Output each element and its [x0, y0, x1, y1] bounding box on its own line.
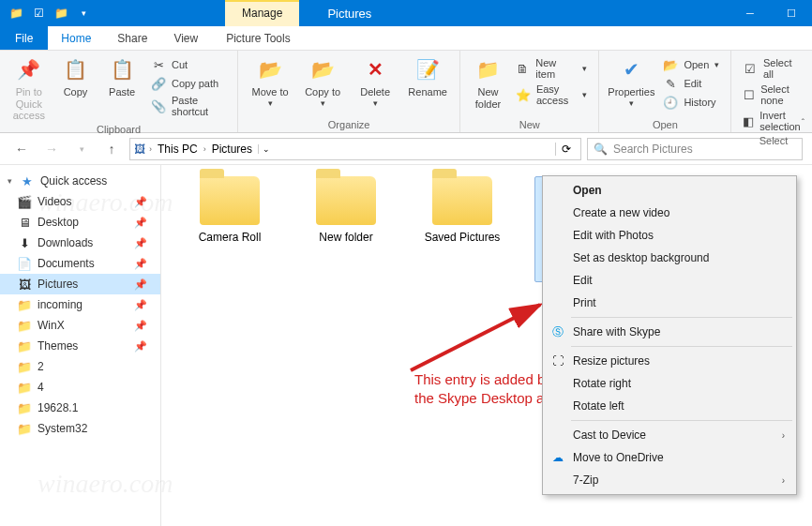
- new-folder-button[interactable]: 📁New folder: [468, 54, 508, 110]
- nav-pictures[interactable]: 🖼Pictures📌: [0, 274, 160, 294]
- easy-access-button[interactable]: ⭐Easy access ▾: [512, 83, 591, 107]
- ribbon-collapse-icon[interactable]: ˆ: [802, 118, 804, 128]
- open-button[interactable]: 📂Open ▾: [659, 56, 723, 73]
- ctx-create-video[interactable]: Create a new video: [545, 202, 794, 224]
- new-item-button[interactable]: 🗎New item ▾: [512, 56, 591, 81]
- select-none-button[interactable]: ☐Select none: [739, 83, 807, 107]
- ctx-print[interactable]: Print: [545, 292, 794, 314]
- folder-icon: [200, 176, 260, 225]
- paste-button[interactable]: 📋Paste: [100, 54, 143, 98]
- rename-button[interactable]: 📝Rename: [403, 54, 452, 98]
- ctx-cast-device[interactable]: Cast to Device›: [545, 424, 794, 446]
- ribbon-group-select: ☑Select all ☐Select none ◧Invert selecti…: [731, 51, 812, 132]
- selectall-icon: ☑: [743, 61, 758, 76]
- nav-back-button[interactable]: ←: [9, 137, 34, 161]
- select-all-button[interactable]: ☑Select all: [739, 56, 807, 81]
- nav-2[interactable]: 📁2: [0, 356, 160, 377]
- ribbon: 📌Pin to Quick access 📋Copy 📋Paste ✂Cut 🔗…: [0, 51, 812, 133]
- tab-picture-tools[interactable]: Picture Tools: [213, 26, 303, 50]
- history-button[interactable]: 🕘History: [659, 94, 723, 111]
- pin-icon: 📌: [134, 340, 147, 353]
- edit-button[interactable]: ✎Edit: [659, 75, 723, 92]
- edit-icon: ✎: [663, 76, 678, 91]
- ctx-edit[interactable]: Edit: [545, 269, 794, 292]
- ctx-resize-pictures[interactable]: ⛶Resize pictures: [545, 350, 794, 372]
- nav-recent-button[interactable]: ▾: [69, 137, 94, 161]
- ctx-set-background[interactable]: Set as desktop background: [545, 247, 794, 269]
- star-icon: ★: [20, 173, 35, 188]
- folder-icon: 📁: [17, 421, 32, 436]
- breadcrumb-pictures[interactable]: Pictures: [210, 143, 254, 156]
- ctx-share-skype[interactable]: ⓈShare with Skype: [545, 321, 794, 343]
- nav-19628[interactable]: 📁19628.1: [0, 398, 160, 418]
- ctx-rotate-left[interactable]: Rotate left: [545, 395, 794, 417]
- ctx-separator: [571, 420, 792, 421]
- ctx-7zip[interactable]: 7-Zip›: [545, 469, 794, 491]
- tab-home[interactable]: Home: [48, 26, 104, 50]
- delete-button[interactable]: ✕Delete▾: [351, 54, 399, 108]
- group-label-organize: Organize: [246, 117, 452, 130]
- ribbon-group-open: ✔Properties▾ 📂Open ▾ ✎Edit 🕘History Open: [599, 51, 731, 132]
- ctx-edit-photos[interactable]: Edit with Photos: [545, 224, 794, 247]
- address-dropdown-icon[interactable]: ⌄: [258, 144, 274, 154]
- cut-button[interactable]: ✂Cut: [147, 56, 230, 73]
- folder-camera-roll[interactable]: Camera Roll: [186, 176, 274, 244]
- copy-to-button[interactable]: 📂Copy to▾: [298, 54, 347, 108]
- qat-newfolder-icon[interactable]: 📁: [51, 3, 71, 23]
- group-label-open: Open: [607, 117, 723, 130]
- move-to-button[interactable]: 📂Move to▾: [246, 54, 294, 108]
- onedrive-icon: ☁: [550, 450, 565, 465]
- folder-new-folder[interactable]: New folder: [302, 176, 390, 244]
- nav-quick-access[interactable]: ★Quick access: [0, 171, 160, 191]
- nav-videos[interactable]: 🎬Videos📌: [0, 191, 160, 212]
- newfolder-icon: 📁: [475, 56, 502, 83]
- chevron-right-icon: ›: [782, 475, 785, 486]
- nav-up-button[interactable]: ↑: [99, 137, 124, 161]
- folder-icon: 📁: [17, 359, 32, 374]
- folder-saved-pictures[interactable]: Saved Pictures: [418, 176, 506, 244]
- documents-icon: 📄: [17, 256, 32, 271]
- nav-incoming[interactable]: 📁incoming📌: [0, 294, 160, 315]
- qat-dropdown-icon[interactable]: ▾: [73, 3, 94, 23]
- nav-system32[interactable]: 📁System32: [0, 418, 160, 439]
- address-input[interactable]: 🖼 › This PC › Pictures ⌄ ⟳: [129, 138, 581, 160]
- minimize-button[interactable]: ─: [729, 0, 771, 26]
- nav-documents[interactable]: 📄Documents📌: [0, 253, 160, 274]
- tab-view[interactable]: View: [160, 26, 211, 50]
- tab-share[interactable]: Share: [104, 26, 160, 50]
- ctx-rotate-right[interactable]: Rotate right: [545, 372, 794, 395]
- paste-shortcut-button[interactable]: 📎Paste shortcut: [147, 94, 230, 118]
- chevron-right-icon: ›: [782, 430, 785, 441]
- downloads-icon: ⬇: [17, 235, 32, 250]
- chevron-right-icon[interactable]: ›: [149, 144, 152, 154]
- folder-icon: 📁: [17, 400, 32, 415]
- refresh-button[interactable]: ⟳: [555, 143, 577, 156]
- invert-icon: ◧: [743, 113, 754, 128]
- history-icon: 🕘: [663, 95, 678, 110]
- nav-winx[interactable]: 📁WinX📌: [0, 315, 160, 336]
- properties-button[interactable]: ✔Properties▾: [607, 54, 655, 108]
- ctx-move-onedrive[interactable]: ☁Move to OneDrive: [545, 446, 794, 469]
- group-label-new: New: [468, 117, 591, 130]
- nav-4[interactable]: 📁4: [0, 377, 160, 398]
- chevron-right-icon[interactable]: ›: [203, 144, 206, 154]
- qat-properties-icon[interactable]: ☑: [28, 3, 49, 23]
- search-placeholder: Search Pictures: [613, 143, 693, 156]
- tab-file[interactable]: File: [0, 26, 48, 50]
- nav-desktop[interactable]: 🖥Desktop📌: [0, 212, 160, 233]
- ribbon-context-tab-manage[interactable]: Manage: [225, 0, 299, 26]
- breadcrumb-thispc[interactable]: This PC: [156, 143, 200, 156]
- invert-selection-button[interactable]: ◧Invert selection: [739, 109, 807, 133]
- copy-button[interactable]: 📋Copy: [54, 54, 98, 98]
- nav-themes[interactable]: 📁Themes📌: [0, 336, 160, 356]
- maximize-button[interactable]: ☐: [771, 0, 812, 26]
- folder-icon: [432, 176, 492, 225]
- ctx-separator: [571, 317, 792, 318]
- ctx-separator: [571, 346, 792, 347]
- nav-downloads[interactable]: ⬇Downloads📌: [0, 233, 160, 253]
- path-icon: 🔗: [151, 76, 166, 91]
- ctx-open[interactable]: Open: [545, 179, 794, 202]
- copy-path-button[interactable]: 🔗Copy path: [147, 75, 230, 92]
- nav-forward-button[interactable]: →: [39, 137, 64, 161]
- pin-quick-access-button[interactable]: 📌Pin to Quick access: [8, 54, 51, 122]
